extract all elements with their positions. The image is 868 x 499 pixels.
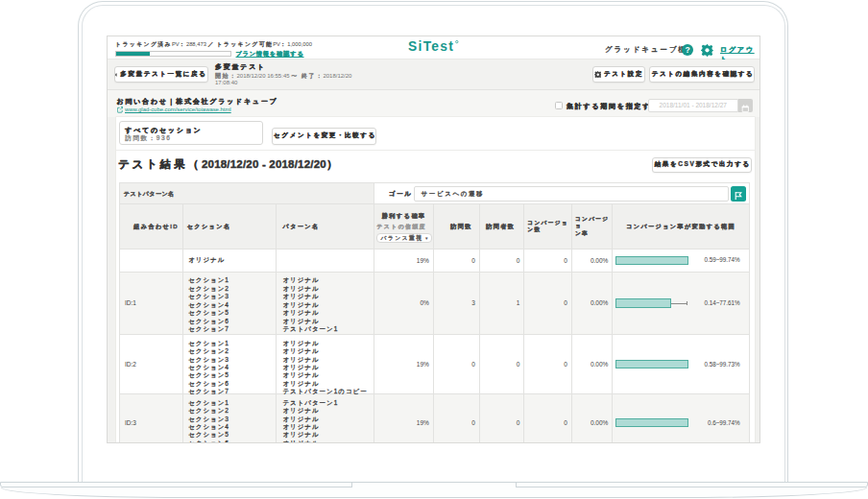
svg-text:SiTest: SiTest <box>408 39 454 54</box>
